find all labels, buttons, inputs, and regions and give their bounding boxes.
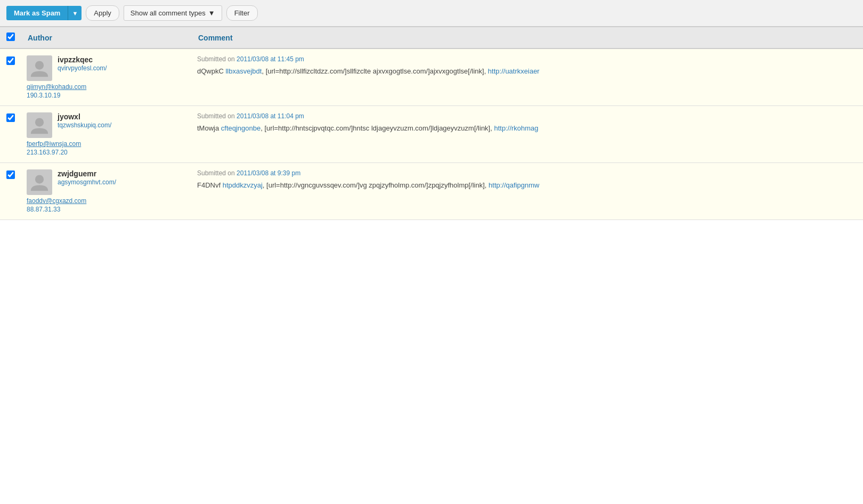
- author-name: ivpzzkqec: [58, 55, 93, 64]
- svg-point-1: [35, 118, 44, 127]
- row-checkbox-cell[interactable]: [0, 163, 21, 220]
- comments-table: Author Comment ivpzzkqecqvirvpyofesl.com…: [0, 27, 863, 220]
- svg-point-2: [35, 175, 44, 184]
- submitted-line: Submitted on 2011/03/08 at 11:45 pm: [197, 55, 858, 63]
- table-row: zwjdguemragsymosgmhvt.com/faoddv@cgxazd.…: [0, 163, 863, 220]
- comment-rows: ivpzzkqecqvirvpyofesl.com/qiimyn@kohadu.…: [0, 48, 863, 220]
- comment-cell: Submitted on 2011/03/08 at 9:39 pmF4DNvf…: [192, 163, 863, 220]
- comment-text: tMowja cfteqjngonbe, [url=http://hntscjp…: [197, 123, 858, 134]
- spam-button-group: Mark as Spam ▼: [6, 6, 82, 20]
- header-checkbox-cell[interactable]: [0, 27, 21, 49]
- author-email-link[interactable]: qiimyn@kohadu.com: [27, 83, 186, 91]
- author-website-link[interactable]: qvirvpyofesl.com/: [58, 64, 107, 72]
- comment-cell: Submitted on 2011/03/08 at 11:45 pmdQwpk…: [192, 48, 863, 106]
- comment-link2[interactable]: http://uatrkxeiaer: [488, 67, 540, 75]
- author-website-link[interactable]: tqzwshskupiq.com/: [58, 121, 111, 129]
- submitted-line: Submitted on 2011/03/08 at 9:39 pm: [197, 169, 858, 177]
- submitted-line: Submitted on 2011/03/08 at 11:04 pm: [197, 112, 858, 120]
- submitted-date-link[interactable]: 2011/03/08 at 11:45 pm: [237, 55, 304, 63]
- comment-link1[interactable]: llbxasvejbdt: [225, 67, 262, 75]
- avatar: [27, 169, 52, 195]
- table-header-row: Author Comment: [0, 27, 863, 49]
- filter-button[interactable]: Filter: [226, 5, 258, 21]
- spam-dropdown-arrow[interactable]: ▼: [68, 6, 82, 20]
- row-checkbox-cell[interactable]: [0, 48, 21, 106]
- author-name: zwjdguemr: [58, 169, 96, 178]
- row-checkbox-cell[interactable]: [0, 106, 21, 163]
- comment-type-label: Show all comment types: [131, 9, 206, 17]
- author-email-link[interactable]: faoddv@cgxazd.com: [27, 197, 186, 205]
- comment-link2[interactable]: http://rkohmag: [494, 124, 538, 132]
- author-website-link[interactable]: agsymosgmhvt.com/: [58, 178, 116, 186]
- author-ip: 213.163.97.20: [27, 149, 186, 156]
- comment-link1[interactable]: cfteqjngonbe: [221, 124, 260, 132]
- author-cell: jyowxltqzwshskupiq.com/fperfp@iwnsja.com…: [21, 106, 192, 163]
- author-name: jyowxl: [58, 112, 80, 121]
- author-column-header: Author: [21, 27, 192, 49]
- comment-text: dQwpkC llbxasvejbdt, [url=http://sllfizc…: [197, 66, 858, 77]
- submitted-date-link[interactable]: 2011/03/08 at 11:04 pm: [237, 112, 304, 120]
- author-ip: 88.87.31.33: [27, 206, 186, 213]
- select-all-checkbox[interactable]: [6, 32, 15, 41]
- avatar: [27, 55, 52, 81]
- row-checkbox[interactable]: [6, 113, 15, 122]
- comment-link2[interactable]: http://qafipgnmw: [489, 181, 539, 189]
- toolbar: Mark as Spam ▼ Apply Show all comment ty…: [0, 0, 863, 27]
- author-cell: zwjdguemragsymosgmhvt.com/faoddv@cgxazd.…: [21, 163, 192, 220]
- author-cell: ivpzzkqecqvirvpyofesl.com/qiimyn@kohadu.…: [21, 48, 192, 106]
- svg-point-0: [35, 61, 44, 70]
- comment-type-dropdown-arrow: ▼: [208, 9, 215, 17]
- author-email-link[interactable]: fperfp@iwnsja.com: [27, 140, 186, 148]
- table-row: jyowxltqzwshskupiq.com/fperfp@iwnsja.com…: [0, 106, 863, 163]
- table-row: ivpzzkqecqvirvpyofesl.com/qiimyn@kohadu.…: [0, 48, 863, 106]
- mark-as-spam-button[interactable]: Mark as Spam: [6, 6, 68, 20]
- avatar: [27, 112, 52, 138]
- apply-button[interactable]: Apply: [86, 5, 119, 21]
- comment-text: F4DNvf htpddkzvzyaj, [url=http://vgncguv…: [197, 180, 858, 191]
- comment-column-header: Comment: [192, 27, 863, 49]
- comment-link1[interactable]: htpddkzvzyaj: [223, 181, 263, 189]
- comment-cell: Submitted on 2011/03/08 at 11:04 pmtMowj…: [192, 106, 863, 163]
- submitted-date-link[interactable]: 2011/03/08 at 9:39 pm: [237, 169, 300, 177]
- row-checkbox[interactable]: [6, 56, 15, 65]
- comment-type-button[interactable]: Show all comment types ▼: [124, 5, 222, 21]
- author-ip: 190.3.10.19: [27, 92, 186, 99]
- row-checkbox[interactable]: [6, 170, 15, 179]
